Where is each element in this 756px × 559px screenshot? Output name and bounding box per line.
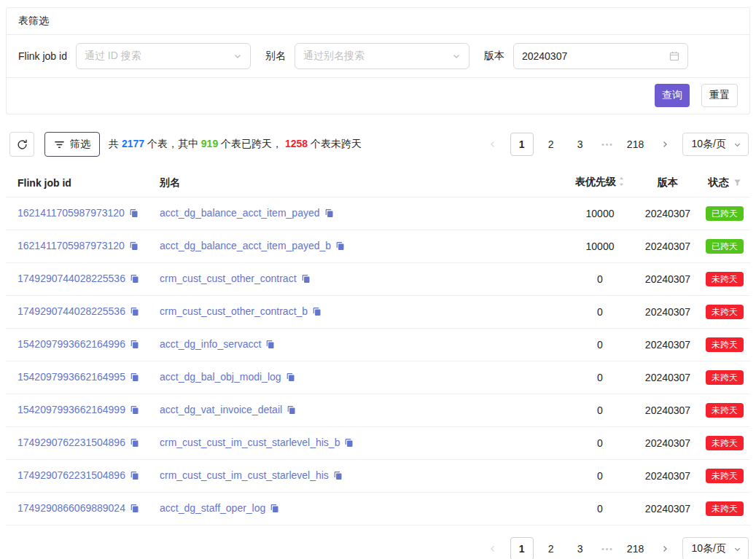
priority-header-label: 表优先级 bbox=[575, 176, 616, 187]
table-row: 1621411705987973120 acct_dg_balance_acct… bbox=[6, 198, 750, 230]
copy-icon bbox=[130, 405, 139, 415]
copy-alias-button[interactable] bbox=[333, 471, 343, 482]
next-page-button[interactable] bbox=[653, 133, 677, 156]
alias-link[interactable]: acct_dg_vat_invoice_detail bbox=[160, 404, 282, 415]
page-item-last[interactable]: 218 bbox=[624, 133, 647, 156]
copy-icon bbox=[130, 471, 139, 480]
copy-id-button[interactable] bbox=[130, 372, 139, 384]
flink-job-id-link[interactable]: 1542097993662164999 bbox=[17, 404, 125, 415]
version-cell: 20240307 bbox=[636, 198, 699, 230]
alias-link[interactable]: acct_dg_balance_acct_item_payed bbox=[160, 207, 320, 219]
alias-link[interactable]: crm_cust_cust_other_contract_b bbox=[160, 305, 308, 317]
copy-alias-button[interactable] bbox=[335, 241, 345, 253]
priority-cell: 10000 bbox=[564, 198, 636, 230]
copy-id-button[interactable] bbox=[130, 340, 139, 351]
copy-id-button[interactable] bbox=[130, 405, 139, 417]
copy-id-button[interactable] bbox=[129, 208, 139, 220]
page-item-1[interactable]: 1 bbox=[510, 537, 534, 559]
column-header-flink-job-id: Flink job id bbox=[6, 168, 148, 198]
copy-alias-button[interactable] bbox=[286, 372, 295, 384]
table-header-row: Flink job id 别名 表优先级 版本 状态 bbox=[6, 168, 750, 198]
copy-icon bbox=[130, 340, 139, 349]
flink-job-id-select[interactable]: 通过 ID 搜索 bbox=[76, 43, 251, 69]
refresh-button[interactable] bbox=[9, 132, 34, 157]
copy-icon bbox=[335, 241, 345, 251]
filter-panel-title: 表筛选 bbox=[7, 8, 749, 35]
alias-link[interactable]: crm_cust_cust_im_cust_starlevel_his_b bbox=[160, 437, 340, 448]
copy-alias-button[interactable] bbox=[287, 405, 296, 417]
crossed-count: 919 bbox=[201, 138, 218, 149]
flink-job-id-link[interactable]: 1621411705987973120 bbox=[17, 207, 125, 219]
copy-alias-button[interactable] bbox=[301, 274, 311, 286]
copy-icon bbox=[129, 241, 139, 251]
copy-id-button[interactable] bbox=[130, 504, 139, 515]
copy-id-button[interactable] bbox=[129, 241, 139, 253]
page-item-3[interactable]: 3 bbox=[569, 537, 592, 559]
alias-link[interactable]: crm_cust_cust_other_contract bbox=[160, 273, 297, 284]
copy-id-button[interactable] bbox=[130, 274, 139, 286]
page-size-select[interactable]: 10条/页 bbox=[682, 537, 749, 559]
flink-job-id-link[interactable]: 1749290866069889024 bbox=[17, 502, 125, 514]
copy-alias-button[interactable] bbox=[312, 307, 322, 318]
page-ellipsis[interactable]: ••• bbox=[598, 545, 618, 553]
filter-panel: 表筛选 Flink job id 通过 ID 搜索 别名 通过别名搜索 版本 2… bbox=[6, 7, 750, 114]
copy-alias-button[interactable] bbox=[344, 438, 354, 450]
table-row: 1621411705987973120 acct_dg_balance_acct… bbox=[6, 230, 750, 263]
filter-funnel-icon[interactable] bbox=[733, 179, 741, 187]
page-size-select[interactable]: 10条/页 bbox=[682, 133, 749, 156]
copy-alias-button[interactable] bbox=[324, 208, 334, 220]
page-size-value: 10条/页 bbox=[692, 138, 726, 151]
page-item-1[interactable]: 1 bbox=[510, 133, 534, 156]
alias-link[interactable]: acct_dg_balance_acct_item_payed_b bbox=[160, 240, 331, 251]
pagination-top: 1 2 3 ••• 218 10条/页 bbox=[481, 133, 749, 156]
prev-page-button[interactable] bbox=[481, 133, 504, 156]
priority-cell: 10000 bbox=[564, 230, 636, 263]
copy-icon bbox=[129, 208, 139, 218]
priority-cell: 0 bbox=[564, 394, 636, 427]
copy-id-button[interactable] bbox=[130, 438, 139, 450]
filter-fields-row: Flink job id 通过 ID 搜索 别名 通过别名搜索 版本 20240… bbox=[7, 35, 749, 77]
priority-cell: 0 bbox=[564, 460, 636, 493]
page-item-2[interactable]: 2 bbox=[539, 537, 563, 559]
copy-id-button[interactable] bbox=[130, 307, 139, 318]
column-header-priority[interactable]: 表优先级 bbox=[564, 168, 636, 198]
copy-alias-button[interactable] bbox=[270, 504, 279, 515]
reset-button[interactable]: 重置 bbox=[701, 84, 738, 107]
not-crossed-count: 1258 bbox=[285, 138, 308, 149]
query-button[interactable]: 查询 bbox=[655, 84, 690, 107]
page-item-3[interactable]: 3 bbox=[569, 133, 592, 156]
column-header-status: 状态 bbox=[699, 168, 750, 198]
table-row: 1749290762231504896 crm_cust_cust_im_cus… bbox=[6, 460, 750, 493]
alias-link[interactable]: acct_dg_info_servacct bbox=[160, 338, 261, 350]
filter-button[interactable]: 筛选 bbox=[44, 132, 100, 157]
flink-job-id-link[interactable]: 1749290762231504896 bbox=[17, 437, 125, 448]
flink-job-id-link[interactable]: 1621411705987973120 bbox=[17, 240, 125, 251]
flink-job-id-label: Flink job id bbox=[18, 50, 67, 62]
summary-part: 个表未跨天 bbox=[308, 138, 362, 149]
alias-select[interactable]: 通过别名搜索 bbox=[295, 43, 469, 69]
prev-page-button[interactable] bbox=[481, 537, 504, 559]
page-item-2[interactable]: 2 bbox=[539, 133, 563, 156]
page-item-last[interactable]: 218 bbox=[624, 537, 647, 559]
alias-placeholder: 通过别名搜索 bbox=[303, 50, 365, 63]
flink-job-id-link[interactable]: 1542097993662164995 bbox=[17, 371, 125, 383]
flink-job-id-link[interactable]: 1749290762231504896 bbox=[17, 469, 125, 481]
flink-job-id-link[interactable]: 1749290744028225536 bbox=[17, 305, 125, 317]
sort-icon[interactable] bbox=[618, 176, 625, 187]
flink-job-id-link[interactable]: 1542097993662164996 bbox=[17, 338, 125, 350]
version-date-input[interactable]: 20240307 bbox=[513, 43, 688, 69]
page-ellipsis[interactable]: ••• bbox=[598, 141, 618, 149]
copy-icon bbox=[130, 307, 139, 316]
copy-icon bbox=[130, 274, 139, 284]
alias-link[interactable]: crm_cust_cust_im_cust_starlevel_his bbox=[160, 469, 329, 481]
alias-link[interactable]: acct_dg_bal_obj_modi_log bbox=[160, 371, 281, 383]
copy-icon bbox=[130, 438, 139, 447]
flink-job-id-link[interactable]: 1749290744028225536 bbox=[17, 273, 125, 284]
copy-id-button[interactable] bbox=[130, 471, 139, 482]
chevron-left-icon bbox=[488, 140, 497, 149]
copy-icon bbox=[312, 307, 322, 316]
filter-button-label: 筛选 bbox=[70, 138, 90, 151]
alias-link[interactable]: acct_dg_staff_oper_log bbox=[160, 502, 265, 514]
copy-alias-button[interactable] bbox=[265, 340, 275, 351]
next-page-button[interactable] bbox=[653, 537, 677, 559]
